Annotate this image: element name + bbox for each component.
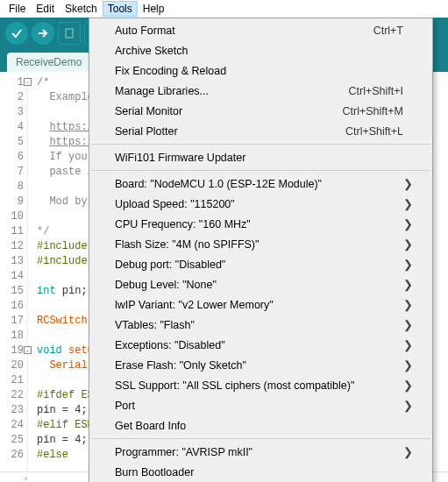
- menu-item-label: Erase Flash: "Only Sketch": [115, 359, 403, 372]
- upload-button[interactable]: [32, 22, 54, 45]
- menu-item[interactable]: WiFi101 Firmware Updater: [90, 147, 431, 167]
- menu-item-label: Debug Level: "None": [115, 279, 403, 291]
- submenu-chevron-icon: ❯: [403, 318, 410, 331]
- code-line[interactable]: #else: [37, 448, 94, 463]
- tab-sketch[interactable]: ReceiveDemo: [7, 53, 90, 72]
- fold-toggle-icon[interactable]: -: [24, 78, 32, 86]
- menu-item[interactable]: Debug Level: "None"❯: [90, 274, 431, 294]
- menu-item[interactable]: Serial MonitorCtrl+Shift+M: [90, 101, 431, 121]
- menu-help[interactable]: Help: [138, 1, 170, 17]
- code-line[interactable]: https:/: [37, 135, 94, 150]
- line-number: 14: [0, 269, 24, 284]
- menu-sketch[interactable]: Sketch: [60, 1, 103, 17]
- line-number: 17: [0, 314, 24, 329]
- menu-item[interactable]: Flash Size: "4M (no SPIFFS)"❯: [90, 234, 431, 254]
- menu-item-label: SSL Support: "All SSL ciphers (most comp…: [115, 379, 403, 392]
- menu-item[interactable]: Get Board Info: [90, 415, 431, 436]
- code-line[interactable]: void setu: [37, 344, 94, 358]
- code-line[interactable]: */: [37, 224, 94, 239]
- line-number: 6: [0, 150, 24, 165]
- submenu-chevron-icon: ❯: [403, 399, 410, 412]
- fold-toggle-icon[interactable]: -: [24, 346, 32, 354]
- menu-item-accel: Ctrl+Shift+M: [343, 105, 403, 117]
- menu-item[interactable]: Board: "NodeMCU 1.0 (ESP-12E Module)"❯: [90, 174, 431, 194]
- menu-separator: [91, 170, 430, 171]
- code-line[interactable]: Serial.: [37, 358, 94, 373]
- menu-item[interactable]: SSL Support: "All SSL ciphers (most comp…: [90, 375, 431, 395]
- submenu-chevron-icon: ❯: [403, 278, 410, 291]
- submenu-chevron-icon: ❯: [403, 258, 410, 271]
- menu-item-label: Debug port: "Disabled": [115, 259, 403, 271]
- code-line[interactable]: [37, 269, 94, 284]
- menu-item[interactable]: Erase Flash: "Only Sketch"❯: [90, 355, 431, 375]
- menu-item-label: Programmer: "AVRISP mkII": [115, 446, 403, 458]
- menu-item-label: Fix Encoding & Reload: [115, 65, 403, 77]
- menu-item[interactable]: Burn Bootloader: [90, 462, 431, 482]
- scroll-left-icon[interactable]: ‹: [25, 473, 33, 482]
- menu-item-label: Exceptions: "Disabled": [115, 339, 403, 351]
- menu-item[interactable]: Exceptions: "Disabled"❯: [90, 335, 431, 355]
- code-line[interactable]: [37, 329, 94, 344]
- menu-tools[interactable]: Tools: [103, 1, 138, 17]
- line-number: 16: [0, 299, 24, 314]
- verify-button[interactable]: [5, 22, 28, 45]
- line-number: 10: [0, 209, 24, 224]
- arrow-right-icon: [37, 27, 49, 39]
- code-line[interactable]: pin = 4;: [37, 433, 94, 448]
- line-number: 25: [0, 433, 24, 448]
- code-line[interactable]: [37, 373, 94, 388]
- code-line[interactable]: #ifdef ES: [37, 388, 94, 403]
- new-button[interactable]: [58, 22, 81, 45]
- menu-item[interactable]: Debug port: "Disabled"❯: [90, 254, 431, 274]
- code-line[interactable]: #elif ESP: [37, 418, 94, 433]
- code-line[interactable]: pin = 4;: [37, 403, 94, 418]
- code-line[interactable]: paste i: [37, 165, 94, 180]
- menu-item[interactable]: Port❯: [90, 395, 431, 415]
- submenu-chevron-icon: ❯: [403, 445, 410, 458]
- line-number: 4: [0, 120, 24, 135]
- code-line[interactable]: [37, 180, 94, 195]
- line-number: 7: [0, 165, 24, 180]
- menu-item-label: Serial Monitor: [115, 105, 334, 117]
- menu-item[interactable]: Serial PlotterCtrl+Shift+L: [90, 121, 431, 141]
- menu-edit[interactable]: Edit: [31, 1, 60, 17]
- line-number: 1-: [0, 75, 24, 90]
- code-line[interactable]: RCSwitch: [37, 314, 94, 329]
- menu-item[interactable]: Auto FormatCtrl+T: [90, 20, 431, 40]
- menu-item[interactable]: Manage Libraries...Ctrl+Shift+I: [90, 81, 431, 101]
- code-line[interactable]: int pin;: [37, 284, 94, 299]
- menu-item-label: Archive Sketch: [115, 45, 403, 57]
- code-line[interactable]: #include: [37, 254, 94, 269]
- menu-item[interactable]: Archive Sketch: [90, 40, 431, 60]
- svg-rect-0: [66, 29, 73, 38]
- submenu-chevron-icon: ❯: [403, 338, 410, 351]
- menubar: File Edit Sketch Tools Help: [0, 0, 448, 18]
- menu-item[interactable]: Fix Encoding & Reload: [90, 60, 431, 81]
- code-line[interactable]: https:/: [37, 120, 94, 135]
- code-line[interactable]: #include: [37, 239, 94, 254]
- menu-item[interactable]: Upload Speed: "115200"❯: [90, 194, 431, 214]
- tools-dropdown: Auto FormatCtrl+TArchive SketchFix Encod…: [89, 18, 433, 482]
- code-line[interactable]: [37, 299, 94, 314]
- menu-file[interactable]: File: [4, 1, 31, 17]
- code-line[interactable]: [37, 105, 94, 120]
- menu-item-label: VTables: "Flash": [115, 319, 403, 331]
- menu-item-label: CPU Frequency: "160 MHz": [115, 218, 403, 230]
- menu-item[interactable]: VTables: "Flash"❯: [90, 315, 431, 335]
- menu-item[interactable]: CPU Frequency: "160 MHz"❯: [90, 214, 431, 234]
- menu-item-label: Get Board Info: [115, 420, 403, 432]
- menu-item[interactable]: Programmer: "AVRISP mkII"❯: [90, 442, 431, 462]
- menu-item[interactable]: lwIP Variant: "v2 Lower Memory"❯: [90, 294, 431, 315]
- code-area[interactable]: /* Example https:/ https:/ If you paste …: [28, 72, 94, 471]
- line-number: 2: [0, 90, 24, 105]
- code-line[interactable]: /*: [37, 75, 94, 90]
- code-line[interactable]: If you: [37, 150, 94, 165]
- menu-item-label: Upload Speed: "115200": [115, 198, 403, 210]
- code-line[interactable]: [37, 209, 94, 224]
- code-line[interactable]: Example: [37, 90, 94, 105]
- new-file-icon: [63, 27, 75, 39]
- code-line[interactable]: Mod by: [37, 195, 94, 209]
- submenu-chevron-icon: ❯: [403, 298, 410, 311]
- menu-item-accel: Ctrl+Shift+I: [348, 85, 403, 97]
- line-number: 9: [0, 195, 24, 209]
